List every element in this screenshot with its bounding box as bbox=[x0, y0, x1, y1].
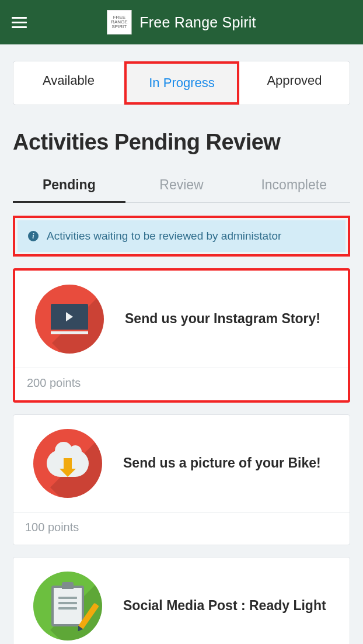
tab-available[interactable]: Available bbox=[13, 61, 124, 105]
info-banner-highlight: i Activities waiting to be reviewed by a… bbox=[13, 216, 350, 257]
activity-card[interactable]: Send us your Instagram Story! 200 points bbox=[13, 268, 350, 403]
clipboard-icon bbox=[33, 572, 102, 640]
activity-title: Send us your Instagram Story! bbox=[125, 310, 320, 328]
app-header: FREE RANGE SPIRIT Free Range Spirit bbox=[0, 0, 363, 44]
subtab-review[interactable]: Review bbox=[125, 177, 238, 202]
activity-card[interactable]: Send us a picture of your Bike! 100 poin… bbox=[13, 414, 350, 545]
info-icon: i bbox=[28, 231, 39, 241]
brand: FREE RANGE SPIRIT Free Range Spirit bbox=[107, 10, 256, 34]
activity-title: Send us a picture of your Bike! bbox=[123, 455, 321, 472]
info-banner: i Activities waiting to be reviewed by a… bbox=[18, 220, 345, 252]
video-icon bbox=[35, 285, 104, 354]
cloud-download-icon bbox=[33, 429, 102, 498]
activity-card[interactable]: Social Media Post : Ready Light bbox=[13, 557, 350, 644]
primary-tabs: Available In Progress Approved bbox=[13, 61, 350, 105]
subtab-pending[interactable]: Pending bbox=[13, 177, 125, 202]
secondary-tabs: Pending Review Incomplete bbox=[13, 177, 350, 203]
menu-icon[interactable] bbox=[12, 15, 27, 30]
brand-name: Free Range Spirit bbox=[139, 14, 256, 31]
brand-logo: FREE RANGE SPIRIT bbox=[107, 10, 131, 34]
activity-title: Social Media Post : Ready Light bbox=[123, 597, 326, 615]
info-banner-text: Activities waiting to be reviewed by adm… bbox=[47, 230, 281, 243]
page-title: Activities Pending Review bbox=[13, 130, 350, 155]
tab-approved[interactable]: Approved bbox=[239, 61, 350, 105]
activity-points: 100 points bbox=[13, 512, 350, 545]
subtab-incomplete[interactable]: Incomplete bbox=[238, 177, 350, 202]
activity-points: 200 points bbox=[15, 368, 348, 400]
tab-in-progress[interactable]: In Progress bbox=[124, 61, 239, 105]
